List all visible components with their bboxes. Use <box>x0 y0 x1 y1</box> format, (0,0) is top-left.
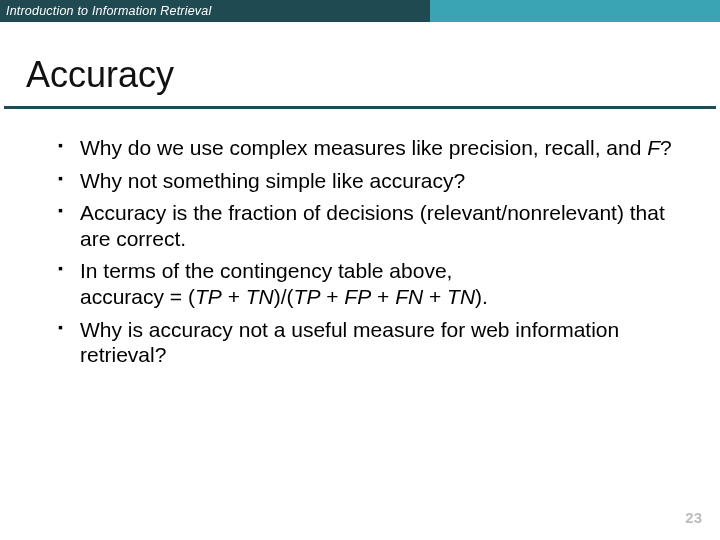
italic-f: F <box>647 136 660 159</box>
formula-text: accuracy = ( <box>80 285 195 308</box>
bullet-text: Why not something simple like accuracy? <box>80 169 465 192</box>
bullet-item: Why is accuracy not a useful measure for… <box>58 317 682 368</box>
formula-var: TP <box>195 285 222 308</box>
bullet-text: Why is accuracy not a useful measure for… <box>80 318 619 367</box>
slide: Introduction to Information Retrieval Ac… <box>0 0 720 540</box>
bullet-formula: accuracy = (TP + TN)/(TP + FP + FN + TN)… <box>80 284 682 310</box>
formula-text: + <box>320 285 344 308</box>
header-bar: Introduction to Information Retrieval <box>0 0 720 22</box>
formula-text: + <box>222 285 246 308</box>
bullet-text: ? <box>660 136 672 159</box>
header-accent <box>430 0 720 22</box>
bullet-item: In terms of the contingency table above,… <box>58 258 682 309</box>
formula-text: + <box>371 285 395 308</box>
formula-var: TN <box>246 285 274 308</box>
bullet-item: Why not something simple like accuracy? <box>58 168 682 194</box>
formula-text: + <box>423 285 447 308</box>
formula-var: TP <box>294 285 321 308</box>
formula-var: TN <box>447 285 475 308</box>
bullet-list: Why do we use complex measures like prec… <box>58 135 682 368</box>
formula-var: FN <box>395 285 423 308</box>
bullet-text: In terms of the contingency table above, <box>80 258 682 284</box>
title-block: Accuracy <box>0 22 720 102</box>
bullet-text: Why do we use complex measures like prec… <box>80 136 647 159</box>
content: Why do we use complex measures like prec… <box>0 109 720 368</box>
formula-var: FP <box>344 285 371 308</box>
header-left: Introduction to Information Retrieval <box>0 0 430 22</box>
slide-title: Accuracy <box>26 54 698 96</box>
bullet-item: Accuracy is the fraction of decisions (r… <box>58 200 682 251</box>
bullet-item: Why do we use complex measures like prec… <box>58 135 682 161</box>
formula-text: )/( <box>274 285 294 308</box>
bullet-text: Accuracy is the fraction of decisions (r… <box>80 201 665 250</box>
page-number: 23 <box>685 509 702 526</box>
course-title: Introduction to Information Retrieval <box>6 4 211 18</box>
formula-text: ). <box>475 285 488 308</box>
